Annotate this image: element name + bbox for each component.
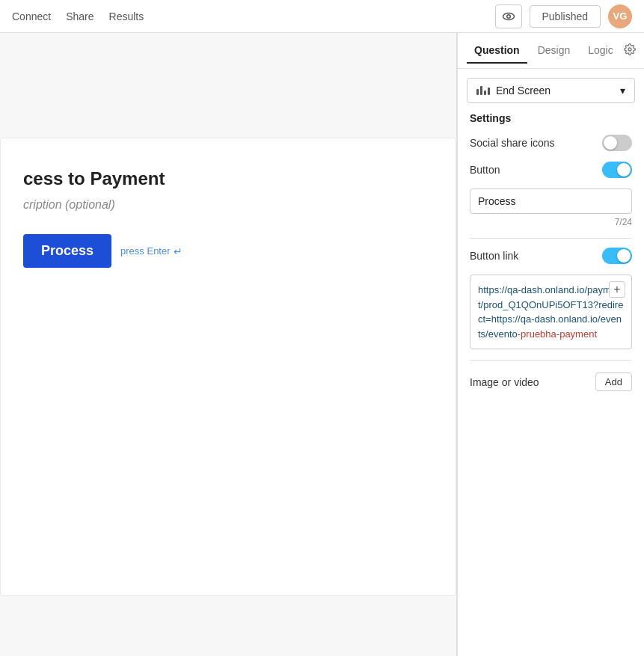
button-link-toggle[interactable] xyxy=(602,248,632,264)
url-part4: payment xyxy=(559,328,597,340)
nav-links: Connect Share Results xyxy=(12,10,144,22)
end-screen-dropdown[interactable]: End Screen ▾ xyxy=(467,78,635,103)
settings-section: Settings Social share icons Button 7/24 xyxy=(458,112,644,370)
nav-results[interactable]: Results xyxy=(109,10,144,22)
toggle-knob-3 xyxy=(617,249,631,263)
preview-description: cription (optional) xyxy=(23,198,433,212)
process-button[interactable]: Process xyxy=(23,234,111,268)
svg-point-1 xyxy=(506,14,510,18)
social-share-label: Social share icons xyxy=(470,137,555,149)
panel-tabs: Question Design Logic xyxy=(458,33,644,69)
social-share-toggle[interactable] xyxy=(602,135,632,151)
nav-connect[interactable]: Connect xyxy=(12,10,51,22)
nav-right: Published VG xyxy=(495,4,633,28)
published-button[interactable]: Published xyxy=(530,5,601,28)
gear-icon[interactable] xyxy=(624,43,636,58)
preview-card: cess to Payment cription (optional) Proc… xyxy=(0,138,456,596)
preview-button[interactable] xyxy=(495,4,522,28)
image-video-label: Image or video xyxy=(470,376,539,388)
right-panel: Question Design Logic xyxy=(457,33,644,656)
dropdown-label: End Screen xyxy=(496,85,551,96)
process-btn-row: Process press Enter ↵ xyxy=(23,234,433,268)
tab-logic[interactable]: Logic xyxy=(580,38,620,64)
avatar[interactable]: VG xyxy=(608,4,632,28)
preview-area: cess to Payment cription (optional) Proc… xyxy=(0,33,457,656)
button-toggle[interactable] xyxy=(602,162,632,178)
toggle-knob-2 xyxy=(617,163,631,177)
end-screen-icon xyxy=(476,86,490,95)
toggle-knob xyxy=(604,136,617,150)
tab-design[interactable]: Design xyxy=(530,38,578,64)
chevron-down-icon: ▾ xyxy=(620,85,625,96)
social-share-row: Social share icons xyxy=(470,135,632,151)
nav-share[interactable]: Share xyxy=(66,10,93,22)
dropdown-left: End Screen xyxy=(476,85,551,96)
image-video-row: Image or video Add xyxy=(458,373,644,391)
main-layout: cess to Payment cription (optional) Proc… xyxy=(0,33,644,656)
button-text-input[interactable] xyxy=(470,188,632,214)
svg-point-0 xyxy=(503,13,514,19)
url-text: https://qa-dash.onland.io/payment/prod_Q… xyxy=(478,283,624,341)
button-link-row: Button link xyxy=(470,248,632,264)
url-box: + https://qa-dash.onland.io/payment/prod… xyxy=(470,275,632,349)
add-image-video-button[interactable]: Add xyxy=(595,373,632,391)
settings-title: Settings xyxy=(470,112,632,124)
press-enter-hint: press Enter ↵ xyxy=(120,245,182,257)
dropdown-row: End Screen ▾ xyxy=(458,69,644,112)
button-link-label: Button link xyxy=(470,250,518,262)
tab-question[interactable]: Question xyxy=(467,38,527,64)
char-count: 7/24 xyxy=(470,217,632,227)
button-toggle-row: Button xyxy=(470,162,632,178)
press-enter-text: press Enter xyxy=(120,245,170,257)
divider-2 xyxy=(470,360,632,361)
url-part2: pruebha xyxy=(521,328,556,340)
preview-title: cess to Payment xyxy=(23,168,433,189)
button-toggle-label: Button xyxy=(470,164,500,176)
divider-1 xyxy=(470,238,632,239)
svg-point-2 xyxy=(628,48,631,51)
top-nav: Connect Share Results Published VG xyxy=(0,0,644,33)
enter-symbol: ↵ xyxy=(174,245,183,257)
plus-button[interactable]: + xyxy=(609,281,625,298)
